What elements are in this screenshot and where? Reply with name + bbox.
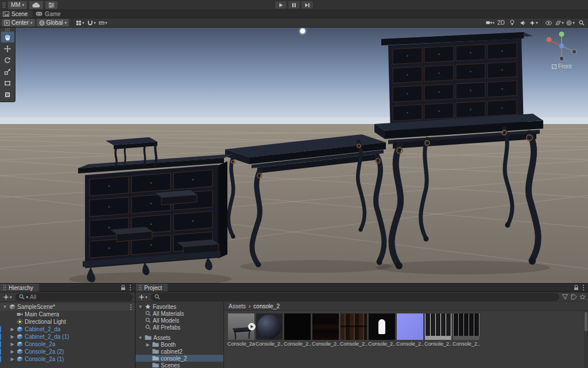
- hierarchy-row-directional-light[interactable]: Directional Light: [0, 318, 135, 326]
- hierarchy-row-console-2a-1[interactable]: ▶ Console_2a (1): [0, 355, 135, 363]
- folder-console-2[interactable]: console_2: [136, 355, 223, 362]
- project-create-button[interactable]: ▾: [138, 295, 149, 300]
- overlay-grip-icon[interactable]: [5, 28, 10, 31]
- favorites-row[interactable]: ▼ Favorites: [136, 303, 223, 310]
- hierarchy-tree: ▼ SampleScene* Main Camera Directional L…: [0, 302, 135, 368]
- favorite-all-prefabs[interactable]: All Prefabs: [136, 324, 223, 331]
- foldout-collapsed-icon[interactable]: ▶: [10, 349, 15, 354]
- asset-tile-texture[interactable]: Console_2...: [340, 313, 368, 347]
- breadcrumb-current[interactable]: console_2: [253, 303, 280, 309]
- hierarchy-row-cabinet-2-da[interactable]: ▶ Cabinet_2_da: [0, 326, 135, 333]
- folder-icon: [152, 342, 159, 347]
- pause-button[interactable]: [288, 1, 300, 9]
- vertical-scrollbar[interactable]: [584, 311, 588, 368]
- search-by-type-icon[interactable]: [562, 294, 568, 300]
- hand-tool-button[interactable]: [1, 32, 14, 42]
- hierarchy-search-input[interactable]: ▾ All: [16, 293, 133, 301]
- cloud-services-button[interactable]: [29, 1, 43, 9]
- project-search-input[interactable]: [151, 293, 559, 301]
- prefab-expand-button[interactable]: [248, 323, 256, 331]
- asset-tile-texture[interactable]: Console_2...: [284, 313, 311, 347]
- tab-game[interactable]: Game: [33, 10, 65, 18]
- scene-viewport[interactable]: Front: [0, 28, 588, 283]
- tools-button[interactable]: [45, 1, 57, 9]
- asset-tile-texture[interactable]: Console_2...: [452, 313, 480, 347]
- hierarchy-row-cabinet-2-da-1[interactable]: ▶ Cabinet_2_da (1): [0, 333, 135, 340]
- pivot-mode-dropdown[interactable]: Center ▾: [2, 19, 35, 26]
- star-icon[interactable]: [579, 294, 586, 300]
- scene-visibility-toggle[interactable]: [544, 19, 554, 26]
- orientation-mode-label: Global: [47, 20, 63, 26]
- panel-menu-icon[interactable]: [582, 284, 585, 291]
- chevron-down-icon: ▾: [10, 295, 12, 299]
- lock-icon[interactable]: [574, 285, 579, 290]
- play-button[interactable]: [274, 1, 287, 9]
- project-tab[interactable]: Project: [136, 284, 168, 292]
- asset-tile-texture[interactable]: Console_2...: [396, 313, 424, 347]
- account-menu-button[interactable]: MM ▾: [8, 1, 27, 9]
- effects-star-icon: [529, 20, 535, 26]
- label-icon[interactable]: [571, 294, 577, 300]
- hierarchy-tab[interactable]: Hierarchy: [0, 284, 39, 292]
- light-gizmo[interactable]: [300, 29, 305, 34]
- foldout-open-icon[interactable]: ▼: [138, 304, 143, 309]
- hierarchy-tabbar: Hierarchy: [0, 284, 135, 292]
- camera-view-dropdown[interactable]: ▾: [485, 19, 495, 26]
- lock-icon[interactable]: [121, 285, 126, 290]
- hierarchy-create-button[interactable]: ▾: [2, 295, 13, 300]
- hierarchy-row-console-2a[interactable]: ▶ Console_2a: [0, 340, 135, 348]
- foldout-collapsed-icon[interactable]: ▶: [10, 334, 15, 339]
- move-tool-button[interactable]: [1, 43, 14, 54]
- asset-tile-texture[interactable]: Console_2...: [368, 313, 396, 347]
- favorite-all-models[interactable]: All Models: [136, 317, 223, 324]
- asset-tile-texture[interactable]: Console_2...: [424, 313, 452, 347]
- hierarchy-row-scene[interactable]: ▼ SampleScene*: [0, 303, 135, 311]
- step-button[interactable]: [301, 1, 314, 9]
- hierarchy-tab-icons: [121, 284, 135, 292]
- foldout-collapsed-icon[interactable]: ▶: [145, 342, 150, 347]
- bottom-dock: Hierarchy ▾ ▾ All: [0, 283, 588, 368]
- foldout-collapsed-icon[interactable]: ▶: [10, 342, 15, 347]
- snap-increment-dropdown[interactable]: ▾: [98, 19, 108, 26]
- 2d-toggle[interactable]: 2D: [496, 19, 506, 26]
- search-icon: [145, 324, 151, 330]
- scrollbar-thumb[interactable]: [585, 312, 587, 331]
- view-tabbar: Scene Game: [0, 10, 588, 18]
- assets-root-row[interactable]: ▼ Assets: [136, 334, 223, 341]
- orientation-mode-dropdown[interactable]: Global ▾: [37, 19, 69, 26]
- folder-scenes[interactable]: Scenes: [136, 362, 223, 368]
- scene-search-button[interactable]: [577, 19, 586, 26]
- foldout-open-icon[interactable]: ▼: [2, 304, 7, 309]
- folder-cabinet2[interactable]: cabinet2: [136, 348, 223, 355]
- rect-tool-button[interactable]: [1, 78, 14, 88]
- project-tabbar: Project: [136, 284, 588, 292]
- effects-dropdown[interactable]: ▾: [529, 19, 539, 26]
- foldout-collapsed-icon[interactable]: ▶: [10, 327, 15, 332]
- scale-tool-button[interactable]: [1, 66, 14, 77]
- grid-dropdown[interactable]: ▾: [555, 19, 564, 26]
- grid-visibility-dropdown[interactable]: ▾: [75, 19, 85, 26]
- transform-tool-button[interactable]: [1, 89, 14, 100]
- tab-scene[interactable]: Scene: [0, 10, 33, 18]
- favorite-all-materials[interactable]: All Materials: [136, 310, 223, 317]
- hierarchy-row-console-2a-2[interactable]: ▶ Console_2a (2): [0, 348, 135, 355]
- audio-toggle[interactable]: [518, 19, 528, 26]
- snap-settings-dropdown[interactable]: ▾: [87, 19, 96, 26]
- rotate-tool-button[interactable]: [1, 55, 14, 65]
- view-orientation[interactable]: Front: [539, 63, 585, 69]
- texture-thumbnail: [312, 313, 339, 340]
- lighting-toggle[interactable]: [507, 19, 517, 26]
- asset-tile-texture[interactable]: Console_2...: [312, 313, 339, 347]
- hierarchy-row-main-camera[interactable]: Main Camera: [0, 311, 135, 318]
- asset-tile-prefab[interactable]: Console_2a: [227, 313, 255, 347]
- foldout-open-icon[interactable]: ▼: [138, 335, 143, 340]
- foldout-collapsed-icon[interactable]: ▶: [10, 357, 15, 362]
- gizmos-dropdown[interactable]: ▾: [566, 19, 575, 26]
- folder-booth[interactable]: ▶ Booth: [136, 341, 223, 348]
- breadcrumb-root[interactable]: Assets: [229, 303, 246, 309]
- panel-menu-icon[interactable]: [129, 284, 131, 291]
- prefab-indicator-bar: [0, 326, 1, 332]
- scene-options-icon[interactable]: [130, 304, 135, 311]
- orientation-gizmo[interactable]: Front: [539, 31, 585, 69]
- asset-tile-material[interactable]: Console_2...: [256, 313, 283, 347]
